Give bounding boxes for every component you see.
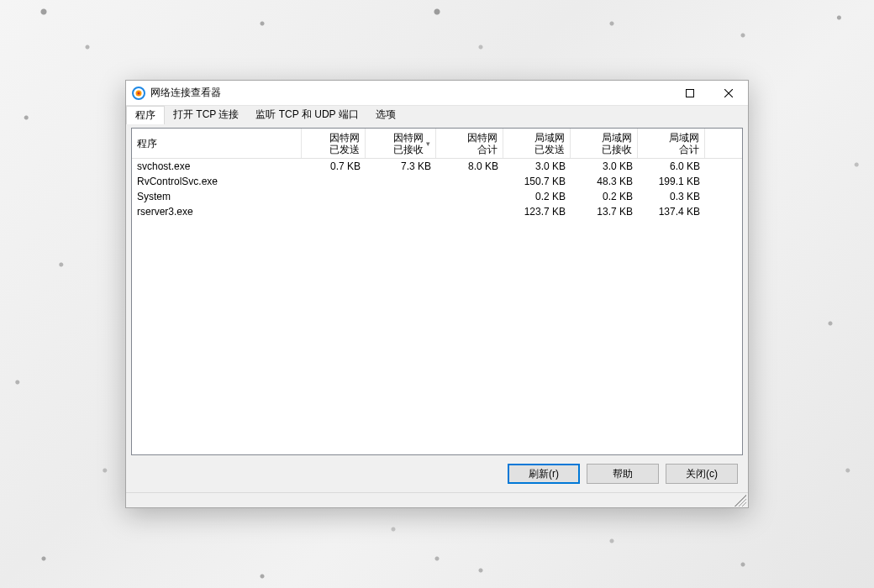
- data-cell: 3.0 KB: [503, 160, 571, 172]
- data-cell: 123.7 KB: [503, 206, 571, 218]
- window-title: 网络连接查看器: [150, 86, 221, 100]
- column-header-5[interactable]: 局域网已接收: [571, 129, 638, 158]
- tab-3[interactable]: 选项: [367, 106, 404, 123]
- column-header-1[interactable]: 因特网已发送: [302, 129, 366, 158]
- process-name-cell: RvControlSvc.exe: [132, 176, 302, 187]
- table-row[interactable]: svchost.exe0.7 KB7.3 KB8.0 KB3.0 KB3.0 K…: [132, 159, 742, 174]
- data-cell: 6.0 KB: [638, 160, 705, 172]
- dialog-button-row: 刷新(r) 帮助 关闭(c): [131, 455, 743, 489]
- data-cell: 3.0 KB: [571, 160, 638, 172]
- data-cell: 150.7 KB: [503, 176, 571, 187]
- resize-grip-icon[interactable]: [734, 495, 746, 507]
- data-cell: 199.1 KB: [638, 176, 705, 187]
- data-cell: 0.7 KB: [302, 160, 366, 172]
- process-name-cell: svchost.exe: [132, 160, 302, 172]
- status-bar: [126, 492, 748, 507]
- tab-strip: 程序打开 TCP 连接监听 TCP 和 UDP 端口选项: [126, 106, 748, 124]
- svg-rect-3: [687, 89, 694, 97]
- data-cell: 13.7 KB: [571, 206, 638, 218]
- table-row[interactable]: RvControlSvc.exe150.7 KB48.3 KB199.1 KB: [132, 174, 742, 189]
- sort-indicator-icon: ▾: [426, 138, 430, 150]
- tab-2[interactable]: 监听 TCP 和 UDP 端口: [247, 106, 366, 123]
- network-connection-viewer-window: 网络连接查看器 程序打开 TCP 连接监听 TCP 和 UDP 端口选项 程序因…: [125, 80, 749, 508]
- maximize-button[interactable]: [671, 81, 709, 105]
- titlebar[interactable]: 网络连接查看器: [126, 81, 748, 106]
- data-cell: 137.4 KB: [638, 206, 705, 218]
- window-buttons: [671, 81, 748, 105]
- svg-point-2: [138, 92, 140, 94]
- close-window-button[interactable]: [709, 81, 748, 105]
- listview-body[interactable]: svchost.exe0.7 KB7.3 KB8.0 KB3.0 KB3.0 K…: [132, 159, 742, 454]
- data-cell: 0.2 KB: [503, 191, 571, 202]
- refresh-button[interactable]: 刷新(r): [508, 464, 580, 484]
- data-cell: 0.2 KB: [571, 191, 638, 202]
- tab-content: 程序因特网已发送因特网已接收▾因特网合计局域网已发送局域网已接收局域网合计 sv…: [126, 124, 748, 492]
- column-header-2[interactable]: 因特网已接收▾: [366, 129, 436, 158]
- process-listview: 程序因特网已发送因特网已接收▾因特网合计局域网已发送局域网已接收局域网合计 sv…: [131, 128, 743, 455]
- column-header-4[interactable]: 局域网已发送: [503, 129, 571, 158]
- help-button[interactable]: 帮助: [587, 464, 659, 484]
- listview-header: 程序因特网已发送因特网已接收▾因特网合计局域网已发送局域网已接收局域网合计: [132, 129, 742, 159]
- app-icon: [132, 87, 145, 100]
- process-name-cell: rserver3.exe: [132, 206, 302, 218]
- data-cell: 0.3 KB: [638, 191, 705, 202]
- data-cell: 7.3 KB: [366, 160, 436, 172]
- process-name-cell: System: [132, 191, 302, 202]
- tab-1[interactable]: 打开 TCP 连接: [165, 106, 247, 123]
- data-cell: 48.3 KB: [571, 176, 638, 187]
- data-cell: 8.0 KB: [436, 160, 503, 172]
- tab-0[interactable]: 程序: [126, 106, 165, 124]
- table-row[interactable]: rserver3.exe123.7 KB13.7 KB137.4 KB: [132, 204, 742, 219]
- close-button[interactable]: 关闭(c): [666, 464, 738, 484]
- column-header-3[interactable]: 因特网合计: [436, 129, 503, 158]
- column-header-6[interactable]: 局域网合计: [638, 129, 705, 158]
- table-row[interactable]: System0.2 KB0.2 KB0.3 KB: [132, 189, 742, 204]
- column-header-0[interactable]: 程序: [132, 129, 302, 158]
